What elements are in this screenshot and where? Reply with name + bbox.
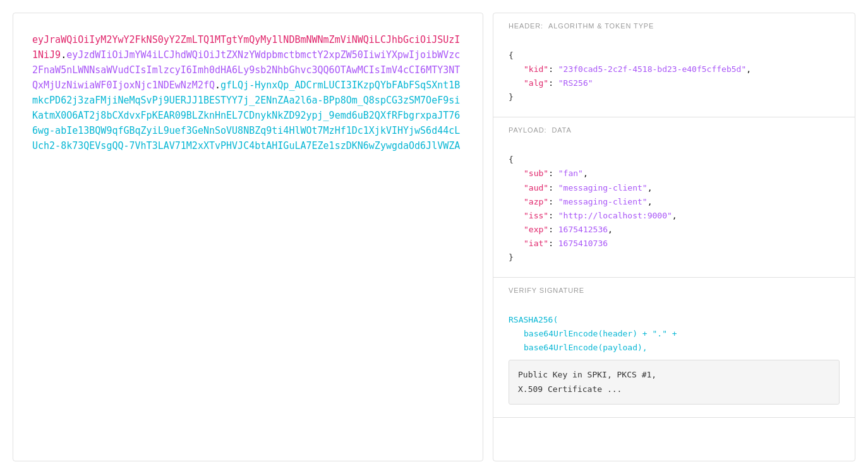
public-key-line1: Public Key in SPKI, PKCS #1, — [518, 368, 830, 382]
verify-section-title: VERIFY SIGNATURE — [493, 278, 855, 303]
payload-section-title: PAYLOAD: DATA — [493, 117, 855, 143]
iss-line: "iss": "http://localhost:9000", — [509, 209, 840, 223]
token-dot-2: . — [215, 80, 220, 91]
payload-body: { "sub": "fan", "aud": "messaging-client… — [493, 143, 855, 277]
exp-line: "exp": 1675412536, — [509, 223, 840, 237]
verify-label: VERIFY SIGNATURE — [509, 287, 584, 294]
aud-key: "aud" — [524, 183, 548, 193]
header-section-title: HEADER: ALGORITHM & TOKEN TYPE — [493, 13, 855, 39]
iss-value: "http://localhost:9000" — [558, 211, 672, 220]
payload-label: PAYLOAD: — [509, 126, 546, 134]
token-header-part3: J9 — [49, 49, 61, 61]
sub-value: "fan" — [558, 169, 583, 178]
payload-open-brace: { — [509, 153, 840, 167]
token-payload-part1: eyJzdWIiOiJmYW4iLCJhdWQiOiJtZXNzYWdpbmct — [66, 49, 294, 61]
base64-header: base64UrlEncode(header) + "." + — [524, 329, 677, 338]
header-body: { "kid": "23f0cad5-2c2f-4518-bd23-e40f5c… — [493, 39, 855, 117]
kid-value: "23f0cad5-2c2f-4518-bd23-e40f5cffeb5d" — [558, 64, 746, 74]
exp-value: 1675412536 — [558, 225, 608, 234]
token-payload-part5: joxNjc1NDEwNzM2fQ — [118, 80, 215, 91]
sub-key: "sub" — [524, 169, 548, 178]
iss-key: "iss" — [524, 211, 548, 220]
sub-line: "sub": "fan", — [509, 167, 840, 181]
header-kid-line: "kid": "23f0cad5-2c2f-4518-bd23-e40f5cff… — [509, 62, 840, 76]
verify-line1: base64UrlEncode(header) + "." + — [509, 327, 840, 341]
header-sublabel: ALGORITHM & TOKEN TYPE — [548, 22, 654, 30]
base64-payload: base64UrlEncode(payload), — [524, 343, 648, 352]
header-close-brace: } — [509, 90, 840, 104]
public-key-line2: X.509 Certificate ... — [518, 382, 830, 396]
header-open-brace: { — [509, 49, 840, 62]
verify-body: RSASHA256( base64UrlEncode(header) + "."… — [493, 303, 855, 417]
iat-line: "iat": 1675410736 — [509, 237, 840, 251]
kid-key: "kid" — [524, 64, 548, 74]
iat-value: 1675410736 — [558, 239, 608, 248]
payload-section: PAYLOAD: DATA { "sub": "fan", "aud": "me… — [493, 117, 855, 278]
jwt-decoded-panel: HEADER: ALGORITHM & TOKEN TYPE { "kid": … — [493, 13, 855, 461]
azp-key: "azp" — [524, 197, 548, 206]
payload-sublabel: DATA — [552, 126, 571, 134]
token-dot-1: . — [61, 49, 66, 61]
jwt-token-panel: eyJraWQiOiIyM2YwY2FkNS0yY2ZmLTQ1MTgtYmQy… — [13, 13, 483, 461]
header-label: HEADER: — [509, 22, 543, 30]
alg-value: "RS256" — [558, 78, 593, 88]
payload-close-brace: } — [509, 251, 840, 264]
header-alg-line: "alg": "RS256" — [509, 76, 840, 90]
rsasha256-func: RSASHA256( — [509, 315, 558, 324]
aud-value: "messaging-client" — [558, 183, 648, 193]
alg-key: "alg" — [524, 78, 548, 88]
token-payload-part3: saWVudCIsImlzcyI6Imh0dHA6Ly9sb2NhbGhvc3Q — [95, 64, 323, 76]
verify-line2: base64UrlEncode(payload), — [509, 341, 840, 355]
verify-section: VERIFY SIGNATURE RSASHA256( base64UrlEnc… — [493, 278, 855, 417]
aud-line: "aud": "messaging-client", — [509, 181, 840, 195]
verify-func-name: RSASHA256( — [509, 313, 840, 327]
iat-key: "iat" — [524, 239, 548, 248]
token-header-part: eyJraWQiOiIyM2YwY2FkNS0yY2ZmLTQ1MTgtYmQ — [32, 34, 255, 45]
header-section: HEADER: ALGORITHM & TOKEN TYPE { "kid": … — [493, 13, 855, 117]
public-key-box: Public Key in SPKI, PKCS #1, X.509 Certi… — [509, 360, 840, 404]
exp-key: "exp" — [524, 225, 548, 234]
azp-value: "messaging-client" — [558, 197, 648, 206]
azp-line: "azp": "messaging-client", — [509, 195, 840, 209]
